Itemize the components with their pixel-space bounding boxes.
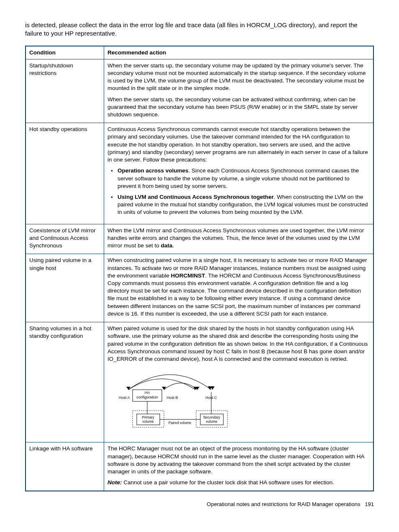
svg-text:Secondary: Secondary [203, 415, 220, 419]
table-row: Using paired volume in a single host Whe… [26, 254, 373, 322]
condition-cell: Linkage with HA software [26, 442, 104, 491]
action-paragraph: When the server starts up, the secondary… [107, 96, 370, 119]
svg-text:volume: volume [142, 419, 154, 424]
header-action: Recommended action [104, 46, 374, 59]
svg-marker-0 [126, 387, 130, 390]
svg-text:configuration: configuration [136, 395, 158, 399]
action-cell: When the LVM mirror and Continuous Acces… [104, 224, 374, 254]
diagram-label: HA [145, 391, 150, 395]
conditions-table: Condition Recommended action Startup/shu… [25, 46, 374, 492]
page-number: 191 [365, 501, 374, 507]
diagram-label: Host A [119, 396, 130, 400]
list-item: Using LVM and Continuous Access Synchron… [116, 193, 370, 216]
bullet-list: Operation across volumes. Since each Con… [110, 167, 370, 216]
svg-text:Primary: Primary [142, 415, 154, 419]
action-paragraph: When the LVM mirror and Continuous Acces… [107, 227, 370, 250]
action-paragraph: Continuous Access Synchronous commands c… [107, 126, 370, 164]
action-cell: The HORC Manager must not be an object o… [104, 442, 374, 491]
condition-cell: Startup/shutdown restrictions [26, 59, 104, 123]
table-row: Sharing volumes in a hot standby configu… [26, 322, 373, 442]
action-cell: When constructing paired volume in a sin… [104, 254, 374, 322]
bullet-lead: Using LVM and Continuous Access Synchron… [118, 194, 274, 200]
bullet-lead: Operation across volumes [118, 167, 189, 174]
action-paragraph: When the server starts up, the secondary… [107, 62, 370, 93]
note-paragraph: Note: Cannot use a pair volume for the c… [107, 479, 370, 486]
condition-cell: Sharing volumes in a hot standby configu… [26, 322, 104, 442]
action-cell: When paired volume is used for the disk … [104, 322, 374, 442]
svg-text:Paired volume: Paired volume [169, 421, 192, 425]
list-item: Operation across volumes. Since each Con… [116, 167, 370, 190]
table-row: Coexistence of LVM mirror and Continuous… [26, 224, 373, 254]
action-paragraph: The HORC Manager must not be an object o… [107, 445, 370, 475]
table-row: Linkage with HA software The HORC Manage… [26, 442, 373, 491]
action-paragraph: When paired volume is used for the disk … [107, 325, 370, 363]
condition-cell: Coexistence of LVM mirror and Continuous… [26, 224, 104, 254]
footer-text: Operational notes and restrictions for R… [207, 501, 360, 507]
condition-cell: Using paired volume in a single host [26, 254, 104, 322]
table-row: Hot standby operations Continuous Access… [26, 123, 373, 224]
diagram-svg: HA configuration Host A Host B Host C [107, 369, 241, 436]
table-row: Startup/shutdown restrictions When the s… [26, 59, 373, 123]
action-paragraph: When constructing paired volume in a sin… [107, 257, 370, 318]
action-cell: Continuous Access Synchronous commands c… [104, 123, 374, 224]
condition-cell: Hot standby operations [26, 123, 104, 224]
page-footer: Operational notes and restrictions for R… [25, 501, 374, 508]
action-cell: When the server starts up, the secondary… [104, 59, 374, 123]
ha-diagram: HA configuration Host A Host B Host C [107, 369, 370, 438]
svg-text:volume: volume [206, 419, 217, 424]
svg-marker-1 [162, 387, 166, 390]
header-condition: Condition [26, 46, 104, 59]
intro-paragraph: is detected, please collect the data in … [25, 21, 374, 38]
diagram-label: Host B [166, 396, 178, 400]
